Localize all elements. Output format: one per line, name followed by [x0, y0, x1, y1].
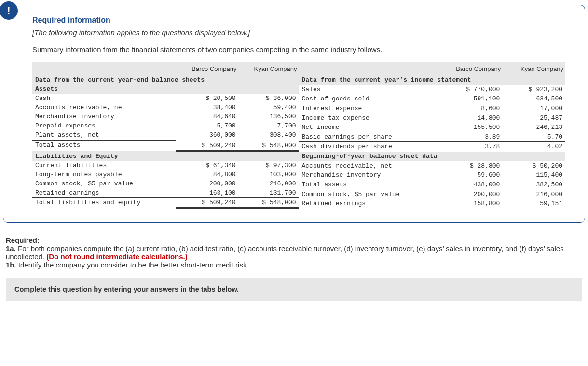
required-header: Required:: [6, 236, 582, 244]
col-barco-right: Barco Company: [438, 62, 503, 75]
table-row: Total assets438,000382,500: [299, 180, 566, 190]
info-title: Required information: [32, 16, 565, 25]
boy-header: Beginning-of-year balance sheet data: [299, 152, 566, 161]
table-row: Accounts receivable, net38,40059,400: [32, 103, 299, 112]
total-le-row: Total liabilities and equity$ 509,240$ 5…: [32, 198, 299, 208]
requirement-1a: 1a. For both companies compute the (a) c…: [6, 244, 582, 261]
is-header: Data from the current year’s income stat…: [299, 75, 566, 85]
info-box: ! Required information [The following in…: [3, 5, 585, 223]
le-header: Liabilities and Equity: [32, 151, 299, 161]
table-row: Retained earnings163,100131,700: [32, 188, 299, 198]
table-row: Merchandise inventory84,640136,500: [32, 112, 299, 121]
balance-sheet-table: Barco Company Kyan Company Data from the…: [32, 62, 299, 209]
col-barco-left: Barco Company: [176, 62, 238, 75]
cash-div-row: Cash dividends per share3.784.02: [299, 142, 566, 152]
warning-icon: !: [0, 1, 18, 20]
col-kyan-left: Kyan Company: [239, 62, 299, 75]
table-row: Cash$ 20,500$ 36,000: [32, 94, 299, 103]
col-kyan-right: Kyan Company: [503, 62, 565, 75]
table-row: Sales$ 770,000$ 923,200: [299, 85, 566, 95]
summary-text: Summary information from the financial s…: [32, 45, 565, 54]
requirement-1b: 1b. Identify the company you consider to…: [6, 261, 582, 269]
table-row: Common stock, $5 par value200,000216,000: [32, 179, 299, 188]
table-row: Net income155,500246,213: [299, 123, 566, 132]
table-row: Merchandise inventory59,600115,400: [299, 170, 566, 180]
table-row: Income tax expense14,80025,487: [299, 113, 566, 123]
warning-red-text: (Do not round intermediate calculations.…: [46, 253, 188, 261]
income-statement-table: Barco Company Kyan Company Data from the…: [299, 62, 566, 209]
financial-tables: Barco Company Kyan Company Data from the…: [32, 62, 565, 209]
table-row: Retained earnings158,80059,151: [299, 199, 566, 209]
total-assets-row: Total assets$ 509,240$ 548,000: [32, 141, 299, 151]
assets-header: Assets: [32, 84, 299, 94]
table-row: Current liabilities$ 61,340$ 97,300: [32, 161, 299, 170]
table-row: Plant assets, net360,000308,400: [32, 130, 299, 141]
table-row: Basic earnings per share3.895.70: [299, 132, 566, 142]
info-subnote: [The following information applies to th…: [32, 28, 565, 37]
table-row: Long-term notes payable84,800103,000: [32, 170, 299, 179]
table-row: Cost of goods sold591,100634,500: [299, 94, 566, 104]
table-row: Accounts receivable, net$ 28,800$ 50,200: [299, 161, 566, 171]
table-row: Interest expense8,60017,000: [299, 104, 566, 113]
table-row: Common stock, $5 par value200,000216,000: [299, 190, 566, 199]
bs-header: Data from the current year-end balance s…: [32, 75, 299, 84]
answer-instruction-bar: Complete this question by entering your …: [6, 278, 582, 301]
table-row: Prepaid expenses5,7007,700: [32, 121, 299, 130]
required-block: Required: 1a. For both companies compute…: [3, 236, 585, 269]
